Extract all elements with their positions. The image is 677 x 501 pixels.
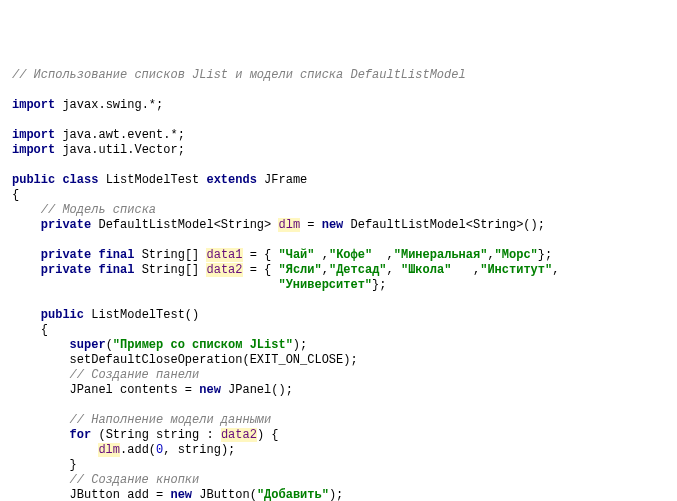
code-block: // Использование списков JList и модели … [12, 68, 665, 501]
